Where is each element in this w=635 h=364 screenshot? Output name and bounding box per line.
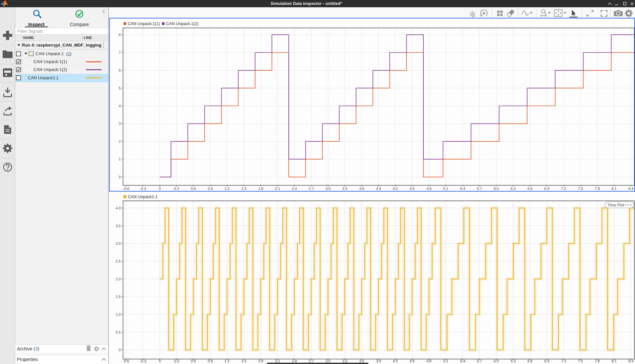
svg-text:3.9: 3.9 [376,359,381,363]
svg-text:7.5: 7.5 [578,359,583,363]
svg-text:8.4: 8.4 [628,359,633,363]
svg-text:-0.3: -0.3 [140,359,146,363]
svg-text:2.5: 2.5 [116,259,121,263]
svg-text:CAN Unpack:1(2): CAN Unpack:1(2) [166,21,198,26]
svg-text:0: 0 [159,187,161,191]
svg-text:CAN Unpack:1(1): CAN Unpack:1(1) [128,21,160,26]
svg-text:3.3: 3.3 [342,187,347,191]
svg-text:1.2: 1.2 [225,359,230,363]
svg-text:5.4: 5.4 [460,359,465,363]
svg-text:4.8: 4.8 [426,187,431,191]
svg-text:7: 7 [119,51,121,55]
svg-text:-0.3: -0.3 [140,187,146,191]
svg-text:4.5: 4.5 [410,187,415,191]
svg-text:6.3: 6.3 [511,187,516,191]
svg-text:6.6: 6.6 [528,359,532,363]
svg-text:2.0: 2.0 [116,277,121,281]
svg-text:1.5: 1.5 [241,187,246,191]
svg-text:6: 6 [119,68,121,72]
svg-text:7.2: 7.2 [561,359,566,363]
svg-text:0.9: 0.9 [208,359,213,363]
svg-text:1.5: 1.5 [241,359,246,363]
svg-text:4.0: 4.0 [116,206,121,210]
svg-text:3.5: 3.5 [116,224,121,228]
svg-text:6.6: 6.6 [528,187,532,191]
svg-text:3.6: 3.6 [359,187,364,191]
svg-text:0.9: 0.9 [208,187,213,191]
svg-text:1.0: 1.0 [116,312,121,316]
svg-text:0: 0 [159,359,161,363]
svg-text:8: 8 [119,33,121,37]
svg-text:4.8: 4.8 [426,359,431,363]
svg-text:0.3: 0.3 [174,359,179,363]
svg-text:Time Plot: Time Plot [608,203,624,207]
svg-text:3: 3 [119,122,121,126]
svg-text:8.4: 8.4 [628,187,633,191]
svg-text:5.1: 5.1 [443,359,448,363]
svg-text:5.4: 5.4 [460,187,465,191]
svg-text:6.3: 6.3 [511,359,516,363]
svg-text:1.8: 1.8 [258,359,263,363]
svg-text:-0.6: -0.6 [123,359,129,363]
svg-text:4.2: 4.2 [393,359,398,363]
svg-text:1: 1 [119,157,121,161]
svg-text:1.2: 1.2 [225,187,230,191]
svg-text:5.7: 5.7 [477,187,482,191]
svg-text:1.5: 1.5 [116,295,121,299]
svg-text:8.1: 8.1 [612,187,616,191]
svg-text:0.5: 0.5 [116,330,121,334]
svg-text:3.9: 3.9 [376,187,381,191]
svg-text:4.5: 4.5 [410,359,415,363]
svg-text:CAN Unpack1:1: CAN Unpack1:1 [128,195,158,199]
svg-text:7.8: 7.8 [595,187,600,191]
svg-text:3.0: 3.0 [325,187,330,191]
svg-text:7.8: 7.8 [595,359,600,363]
svg-text:4.2: 4.2 [393,187,398,191]
svg-text:0.6: 0.6 [191,359,196,363]
svg-text:-0.6: -0.6 [123,187,129,191]
svg-text:6.9: 6.9 [544,187,549,191]
svg-text:2.4: 2.4 [292,187,297,191]
svg-text:0: 0 [119,175,121,179]
svg-text:0.6: 0.6 [191,187,196,191]
svg-text:8.1: 8.1 [612,359,616,363]
svg-text:6.9: 6.9 [544,359,549,363]
svg-text:5: 5 [119,86,121,90]
svg-text:6.0: 6.0 [494,359,499,363]
svg-text:5.1: 5.1 [443,187,448,191]
svg-text:2.1: 2.1 [275,187,280,191]
svg-text:3.0: 3.0 [116,241,121,245]
svg-text:7.2: 7.2 [561,187,566,191]
svg-text:5.7: 5.7 [477,359,482,363]
svg-text:7.5: 7.5 [578,187,583,191]
svg-text:1.8: 1.8 [258,187,263,191]
svg-text:0: 0 [119,348,121,352]
svg-text:2: 2 [119,139,121,143]
svg-text:6.0: 6.0 [494,187,499,191]
svg-text:2.7: 2.7 [309,187,314,191]
svg-text:4: 4 [119,104,121,108]
svg-text:0.3: 0.3 [174,187,179,191]
